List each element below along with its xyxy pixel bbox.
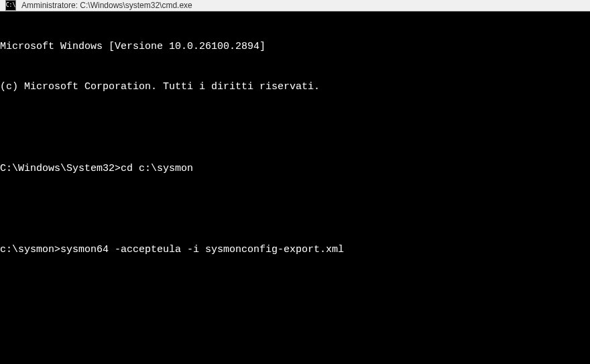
titlebar[interactable]: C:\ Amministratore: C:\Windows\system32\… [0, 0, 590, 11]
prompt-line: c:\sysmon>sysmon64 -accepteula -i sysmon… [0, 243, 590, 257]
output-line: Microsoft Windows [Versione 10.0.26100.2… [0, 40, 590, 54]
prompt-line: C:\Windows\System32>cd c:\sysmon [0, 162, 590, 176]
cmd-window: C:\ Amministratore: C:\Windows\system32\… [0, 0, 590, 364]
output-line [0, 121, 590, 135]
window-title: Amministratore: C:\Windows\system32\cmd.… [21, 1, 192, 10]
output-line: (c) Microsoft Corporation. Tutti i dirit… [0, 80, 590, 94]
output-line [0, 325, 590, 339]
output-line [0, 284, 590, 298]
terminal-output[interactable]: Microsoft Windows [Versione 10.0.26100.2… [0, 11, 590, 364]
cmd-icon: C:\ [5, 0, 16, 11]
output-line [0, 203, 590, 217]
